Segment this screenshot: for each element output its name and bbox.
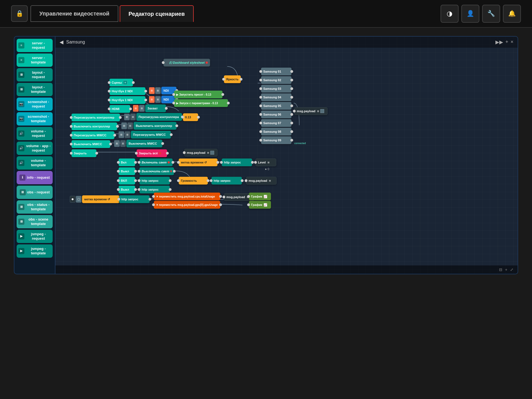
contrast-icon: ◑ bbox=[447, 10, 452, 17]
node-metka2[interactable]: метка времени ↺ bbox=[82, 195, 119, 203]
node-vykl-mwcc[interactable]: Выключить MWCC bbox=[71, 140, 110, 148]
node-perezagruzit-mwcc[interactable]: Перезагрузить MWCC bbox=[71, 131, 114, 139]
node-http5[interactable]: http запрос bbox=[119, 195, 150, 203]
node-vykl-mwcc-label[interactable]: Выключить MWCC bbox=[126, 140, 162, 147]
port-left bbox=[108, 81, 111, 84]
node-sceny[interactable]: Сцены ≡ bbox=[109, 79, 133, 86]
sidebar-item-volume-request[interactable]: 🔊 volume - request bbox=[17, 127, 53, 140]
node-vkl2[interactable]: ВКЛ bbox=[119, 177, 135, 185]
node-samsung04[interactable]: Samsung 04 bbox=[261, 93, 291, 101]
node-metka1[interactable]: метка времени ↺ bbox=[179, 158, 218, 166]
tab-video-wall[interactable]: Управление видеостеной bbox=[30, 5, 118, 22]
sidebar-item-server-request[interactable]: ≡ server - request bbox=[17, 39, 53, 52]
node-013[interactable]: 0.13 bbox=[183, 113, 198, 121]
node-http4[interactable]: http запрос bbox=[211, 177, 242, 185]
node-samsung05[interactable]: Samsung 05 bbox=[261, 102, 291, 110]
node-perezagruzit-mwcc-label[interactable]: Перезагрузить MWCC bbox=[131, 131, 171, 139]
node-noutbuk2[interactable]: Ноутбук 2 NDI bbox=[109, 87, 145, 95]
node-canvas[interactable]: ⟨/⟩ Dashboard stylesheet Яркость Samsung… bbox=[55, 48, 518, 265]
bell-icon: 🔔 bbox=[508, 10, 516, 17]
node-vykl-svet[interactable]: Выключить свет bbox=[139, 167, 174, 175]
node-zahvat[interactable]: Захват bbox=[145, 104, 166, 112]
node-http1[interactable]: http запрос bbox=[222, 158, 252, 166]
sidebar-item-layout-request[interactable]: ⊞ layout - request bbox=[17, 68, 53, 81]
node-hdmi[interactable]: HDMI bbox=[109, 105, 130, 113]
zoom-out-button[interactable]: ⊟ bbox=[499, 267, 502, 272]
node-vkl-svet[interactable]: Включить свет bbox=[139, 158, 173, 166]
node-samsung06[interactable]: Samsung 06 bbox=[261, 111, 291, 118]
sidebar-item-obs-status-template[interactable]: ⊞ obs - status - template bbox=[17, 200, 53, 214]
node-gromkost[interactable]: Громкость bbox=[179, 177, 208, 185]
node-dashboard[interactable]: ⟨/⟩ Dashboard stylesheet bbox=[163, 59, 210, 66]
port-left bbox=[172, 102, 175, 104]
sidebar-item-screenshot-template[interactable]: 📷 screenshot - template bbox=[17, 112, 53, 126]
node-zakryt[interactable]: Закрыть bbox=[71, 149, 96, 157]
port-left bbox=[138, 188, 140, 191]
node-peremestit-cpu[interactable]: ✕ переместить msg.payload.cpu.totalUsage bbox=[154, 193, 220, 200]
port-right bbox=[251, 161, 254, 164]
node-noutbuk1[interactable]: Ноутбук 1 NDI bbox=[109, 96, 145, 104]
node-zakryt-vse[interactable]: Закрыть всё bbox=[137, 149, 167, 157]
node-grafik2[interactable]: График 📈 bbox=[249, 201, 271, 209]
port-left bbox=[172, 93, 175, 96]
zoom-in-button[interactable]: + bbox=[505, 267, 507, 272]
port-right bbox=[144, 99, 147, 101]
sidebar-item-jsmpeg-request[interactable]: ▶ jsmpeg - request bbox=[17, 230, 53, 243]
node-samsung09[interactable]: Samsung 09 bbox=[261, 136, 291, 144]
sidebar-item-layout-template[interactable]: ⊞ layout - template bbox=[17, 83, 53, 96]
sidebar-item-obs-scene-template[interactable]: ⊞ obs - scene template bbox=[17, 215, 53, 228]
node-vykl[interactable]: Выкл bbox=[119, 167, 135, 175]
editor-add-button[interactable]: + bbox=[505, 39, 508, 45]
node-grafik1[interactable]: График 📈 bbox=[249, 193, 271, 200]
bell-button[interactable]: 🔔 bbox=[503, 5, 521, 23]
back-button[interactable]: ◀ bbox=[60, 39, 63, 45]
node-http2[interactable]: http запрос bbox=[139, 177, 170, 185]
editor-close-button[interactable]: × bbox=[510, 39, 513, 45]
sidebar-item-screenshot-request[interactable]: 📷 screenshot - request bbox=[17, 98, 53, 111]
obs-scene-icon: ⊞ bbox=[18, 219, 24, 225]
node-samsung01[interactable]: Samsung 01 bbox=[261, 68, 291, 75]
node-http3[interactable]: http запрос bbox=[139, 186, 170, 193]
port-left bbox=[70, 134, 73, 137]
port-right bbox=[134, 161, 137, 164]
node-msg-payload2[interactable]: msg.payload ≡ bbox=[246, 177, 277, 185]
node-editor[interactable]: ◀ Samsung ▶▶ + × bbox=[55, 36, 518, 274]
node-perezagruzka-label[interactable]: Перезагрузка контроллера bbox=[136, 113, 182, 121]
nav-forward-button[interactable]: ▶▶ bbox=[495, 39, 503, 45]
editor-header: ◀ Samsung ▶▶ + × bbox=[55, 37, 518, 48]
node-zapusk[interactable]: ▶ Запуск с параметрами - 0.13 bbox=[174, 99, 228, 107]
node-peremestit-gpu[interactable]: ✕ переместить msg.payload.gpu[0].gpuUsag… bbox=[154, 201, 220, 209]
node-yarkost[interactable]: Яркость bbox=[224, 75, 241, 83]
node-vykl-kontr-label[interactable]: Выключить контроллер bbox=[134, 122, 177, 130]
sidebar-item-obs-request[interactable]: ⊞ obs - request bbox=[17, 186, 53, 199]
user-button[interactable]: 👤 bbox=[461, 5, 479, 23]
editor-footer: ⊟ + ⤢ bbox=[55, 265, 518, 274]
node-msg-payload-right[interactable]: msg.payload ≡ bbox=[294, 107, 328, 115]
node-samsung08[interactable]: Samsung 08 bbox=[261, 128, 291, 135]
node-vykl2[interactable]: Выкл bbox=[119, 186, 135, 193]
node-samsung07[interactable]: Samsung 07 bbox=[261, 119, 291, 127]
sidebar-item-volume-template[interactable]: 🔊 volume - template bbox=[17, 156, 53, 170]
node-samsung02[interactable]: Samsung 02 bbox=[261, 76, 291, 84]
node-msg-payload-mid[interactable]: msg.payload ≡ bbox=[184, 149, 218, 157]
sidebar-item-server-template[interactable]: ≡ server - template bbox=[17, 53, 53, 67]
port-left bbox=[70, 152, 73, 155]
port-right bbox=[165, 107, 168, 110]
contrast-button[interactable]: ◑ bbox=[441, 5, 459, 23]
node-samsung03[interactable]: Samsung 03 bbox=[261, 85, 291, 93]
lock-button[interactable]: 🔒 bbox=[11, 5, 28, 22]
node-perezagruzit-kontr[interactable]: Перезагрузить контроллер bbox=[71, 114, 120, 121]
port-right bbox=[290, 113, 293, 116]
port-right bbox=[132, 81, 135, 84]
node-vykl-kontr[interactable]: Выключить контроллер bbox=[71, 122, 117, 130]
sidebar-item-jsmpeg-template[interactable]: ▶ jsmpeg - template bbox=[17, 244, 53, 258]
tab-scenario-editor[interactable]: Редактор сценариев bbox=[120, 5, 194, 22]
sidebar-item-volume-app-request[interactable]: 🔊 volume - app - request bbox=[17, 142, 53, 155]
fit-button[interactable]: ⤢ bbox=[510, 267, 513, 272]
node-zapustit[interactable]: ▶ Запустить пресет - 0.13 bbox=[174, 91, 222, 98]
node-level[interactable]: Level ≡ bbox=[255, 158, 276, 166]
sidebar-item-info-request[interactable]: ℹ info - request bbox=[17, 171, 53, 184]
node-vkl[interactable]: Вкл bbox=[119, 158, 135, 166]
obs-status-icon: ⊞ bbox=[18, 204, 24, 210]
settings-button[interactable]: 🔧 bbox=[482, 5, 500, 23]
